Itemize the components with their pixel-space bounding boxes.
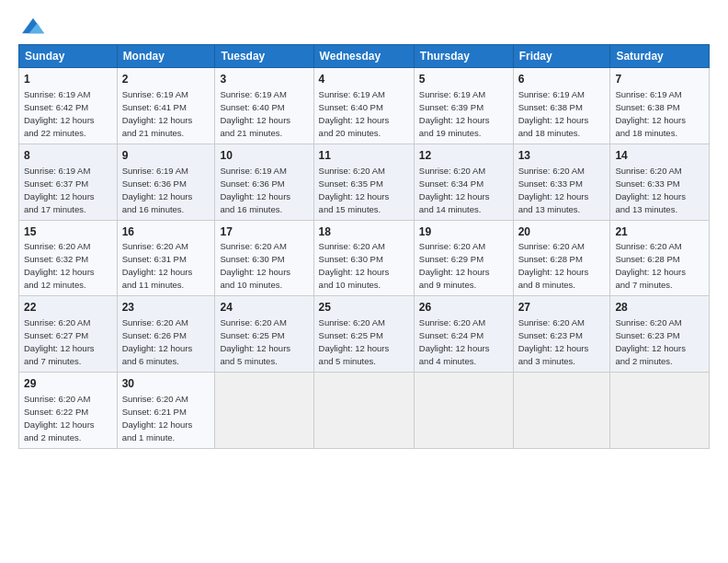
- day-number: 7: [615, 72, 704, 87]
- col-header-wednesday: Wednesday: [313, 45, 414, 68]
- day-info: Sunrise: 6:20 AM Sunset: 6:30 PM Dayligh…: [319, 241, 390, 290]
- day-info: Sunrise: 6:20 AM Sunset: 6:25 PM Dayligh…: [220, 317, 290, 366]
- day-number: 9: [122, 148, 210, 164]
- day-info: Sunrise: 6:19 AM Sunset: 6:40 PM Dayligh…: [319, 89, 390, 138]
- day-number: 11: [319, 148, 409, 164]
- day-cell: 14Sunrise: 6:20 AM Sunset: 6:33 PM Dayli…: [610, 144, 710, 220]
- day-cell: [215, 373, 313, 449]
- page: SundayMondayTuesdayWednesdayThursdayFrid…: [0, 0, 728, 458]
- day-info: Sunrise: 6:20 AM Sunset: 6:23 PM Dayligh…: [518, 317, 589, 366]
- day-cell: 21Sunrise: 6:20 AM Sunset: 6:28 PM Dayli…: [610, 220, 710, 296]
- day-info: Sunrise: 6:20 AM Sunset: 6:28 PM Dayligh…: [615, 241, 686, 290]
- header-row: SundayMondayTuesdayWednesdayThursdayFrid…: [19, 45, 710, 68]
- day-cell: 6Sunrise: 6:19 AM Sunset: 6:38 PM Daylig…: [513, 68, 610, 144]
- logo-icon: [20, 15, 46, 35]
- day-info: Sunrise: 6:19 AM Sunset: 6:41 PM Dayligh…: [122, 89, 193, 138]
- day-info: Sunrise: 6:20 AM Sunset: 6:29 PM Dayligh…: [419, 241, 490, 290]
- day-number: 25: [319, 300, 409, 316]
- week-row: 1Sunrise: 6:19 AM Sunset: 6:42 PM Daylig…: [19, 68, 710, 144]
- day-info: Sunrise: 6:20 AM Sunset: 6:23 PM Dayligh…: [615, 317, 686, 366]
- col-header-friday: Friday: [513, 45, 610, 68]
- day-cell: 4Sunrise: 6:19 AM Sunset: 6:40 PM Daylig…: [313, 68, 414, 144]
- day-number: 10: [220, 148, 308, 164]
- day-number: 2: [122, 72, 210, 87]
- day-number: 5: [419, 72, 508, 87]
- day-info: Sunrise: 6:20 AM Sunset: 6:35 PM Dayligh…: [319, 166, 390, 214]
- day-number: 26: [419, 300, 508, 316]
- day-info: Sunrise: 6:20 AM Sunset: 6:33 PM Dayligh…: [518, 166, 589, 214]
- day-cell: 1Sunrise: 6:19 AM Sunset: 6:42 PM Daylig…: [19, 68, 118, 144]
- day-info: Sunrise: 6:19 AM Sunset: 6:36 PM Dayligh…: [122, 166, 193, 214]
- day-number: 17: [220, 224, 308, 240]
- day-cell: 7Sunrise: 6:19 AM Sunset: 6:38 PM Daylig…: [610, 68, 710, 144]
- day-number: 12: [419, 148, 508, 164]
- day-cell: 29Sunrise: 6:20 AM Sunset: 6:22 PM Dayli…: [19, 373, 118, 449]
- col-header-monday: Monday: [117, 45, 215, 68]
- day-cell: 3Sunrise: 6:19 AM Sunset: 6:40 PM Daylig…: [215, 68, 313, 144]
- day-number: 1: [24, 72, 112, 87]
- day-number: 4: [319, 72, 409, 87]
- day-cell: 2Sunrise: 6:19 AM Sunset: 6:41 PM Daylig…: [117, 68, 215, 144]
- day-number: 30: [122, 376, 210, 392]
- day-cell: 11Sunrise: 6:20 AM Sunset: 6:35 PM Dayli…: [313, 144, 414, 220]
- day-info: Sunrise: 6:19 AM Sunset: 6:37 PM Dayligh…: [24, 166, 95, 214]
- week-row: 22Sunrise: 6:20 AM Sunset: 6:27 PM Dayli…: [19, 296, 710, 373]
- day-cell: 28Sunrise: 6:20 AM Sunset: 6:23 PM Dayli…: [610, 296, 710, 373]
- day-cell: [313, 373, 414, 449]
- day-info: Sunrise: 6:20 AM Sunset: 6:30 PM Dayligh…: [220, 241, 290, 290]
- day-cell: 10Sunrise: 6:19 AM Sunset: 6:36 PM Dayli…: [215, 144, 313, 220]
- col-header-sunday: Sunday: [19, 45, 118, 68]
- day-cell: 27Sunrise: 6:20 AM Sunset: 6:23 PM Dayli…: [513, 296, 610, 373]
- day-cell: 30Sunrise: 6:20 AM Sunset: 6:21 PM Dayli…: [117, 373, 215, 449]
- day-number: 24: [220, 300, 308, 316]
- day-number: 8: [24, 148, 112, 164]
- day-info: Sunrise: 6:19 AM Sunset: 6:40 PM Dayligh…: [220, 89, 290, 138]
- day-cell: 24Sunrise: 6:20 AM Sunset: 6:25 PM Dayli…: [215, 296, 313, 373]
- day-info: Sunrise: 6:20 AM Sunset: 6:28 PM Dayligh…: [518, 241, 589, 290]
- day-info: Sunrise: 6:20 AM Sunset: 6:25 PM Dayligh…: [319, 317, 390, 366]
- day-cell: 16Sunrise: 6:20 AM Sunset: 6:31 PM Dayli…: [117, 220, 215, 296]
- day-info: Sunrise: 6:20 AM Sunset: 6:26 PM Dayligh…: [122, 317, 193, 366]
- day-info: Sunrise: 6:20 AM Sunset: 6:33 PM Dayligh…: [615, 166, 686, 214]
- col-header-tuesday: Tuesday: [215, 45, 313, 68]
- week-row: 15Sunrise: 6:20 AM Sunset: 6:32 PM Dayli…: [19, 220, 710, 296]
- day-number: 29: [24, 376, 112, 392]
- day-number: 23: [122, 300, 210, 316]
- day-info: Sunrise: 6:20 AM Sunset: 6:31 PM Dayligh…: [122, 241, 193, 290]
- day-number: 18: [319, 224, 409, 240]
- day-info: Sunrise: 6:19 AM Sunset: 6:42 PM Dayligh…: [24, 89, 95, 138]
- day-cell: 19Sunrise: 6:20 AM Sunset: 6:29 PM Dayli…: [414, 220, 513, 296]
- day-cell: [610, 373, 710, 449]
- day-cell: [513, 373, 610, 449]
- day-cell: 18Sunrise: 6:20 AM Sunset: 6:30 PM Dayli…: [313, 220, 414, 296]
- day-number: 6: [518, 72, 606, 87]
- day-number: 3: [220, 72, 308, 87]
- day-info: Sunrise: 6:19 AM Sunset: 6:36 PM Dayligh…: [220, 166, 290, 214]
- logo: [18, 15, 46, 35]
- day-cell: 15Sunrise: 6:20 AM Sunset: 6:32 PM Dayli…: [19, 220, 118, 296]
- day-info: Sunrise: 6:19 AM Sunset: 6:38 PM Dayligh…: [615, 89, 686, 138]
- day-info: Sunrise: 6:20 AM Sunset: 6:34 PM Dayligh…: [419, 166, 490, 214]
- day-cell: 25Sunrise: 6:20 AM Sunset: 6:25 PM Dayli…: [313, 296, 414, 373]
- week-row: 8Sunrise: 6:19 AM Sunset: 6:37 PM Daylig…: [19, 144, 710, 220]
- day-number: 28: [615, 300, 704, 316]
- day-info: Sunrise: 6:20 AM Sunset: 6:24 PM Dayligh…: [419, 317, 490, 366]
- day-cell: 22Sunrise: 6:20 AM Sunset: 6:27 PM Dayli…: [19, 296, 118, 373]
- day-cell: 20Sunrise: 6:20 AM Sunset: 6:28 PM Dayli…: [513, 220, 610, 296]
- day-cell: 26Sunrise: 6:20 AM Sunset: 6:24 PM Dayli…: [414, 296, 513, 373]
- day-cell: 12Sunrise: 6:20 AM Sunset: 6:34 PM Dayli…: [414, 144, 513, 220]
- day-info: Sunrise: 6:20 AM Sunset: 6:32 PM Dayligh…: [24, 241, 95, 290]
- day-cell: 17Sunrise: 6:20 AM Sunset: 6:30 PM Dayli…: [215, 220, 313, 296]
- calendar-table: SundayMondayTuesdayWednesdayThursdayFrid…: [18, 44, 710, 449]
- day-number: 13: [518, 148, 606, 164]
- day-cell: 13Sunrise: 6:20 AM Sunset: 6:33 PM Dayli…: [513, 144, 610, 220]
- day-cell: 9Sunrise: 6:19 AM Sunset: 6:36 PM Daylig…: [117, 144, 215, 220]
- day-cell: [414, 373, 513, 449]
- day-info: Sunrise: 6:19 AM Sunset: 6:38 PM Dayligh…: [518, 89, 589, 138]
- header: [18, 15, 710, 35]
- week-row: 29Sunrise: 6:20 AM Sunset: 6:22 PM Dayli…: [19, 373, 710, 449]
- day-number: 27: [518, 300, 606, 316]
- day-number: 21: [615, 224, 704, 240]
- day-cell: 23Sunrise: 6:20 AM Sunset: 6:26 PM Dayli…: [117, 296, 215, 373]
- day-info: Sunrise: 6:19 AM Sunset: 6:39 PM Dayligh…: [419, 89, 490, 138]
